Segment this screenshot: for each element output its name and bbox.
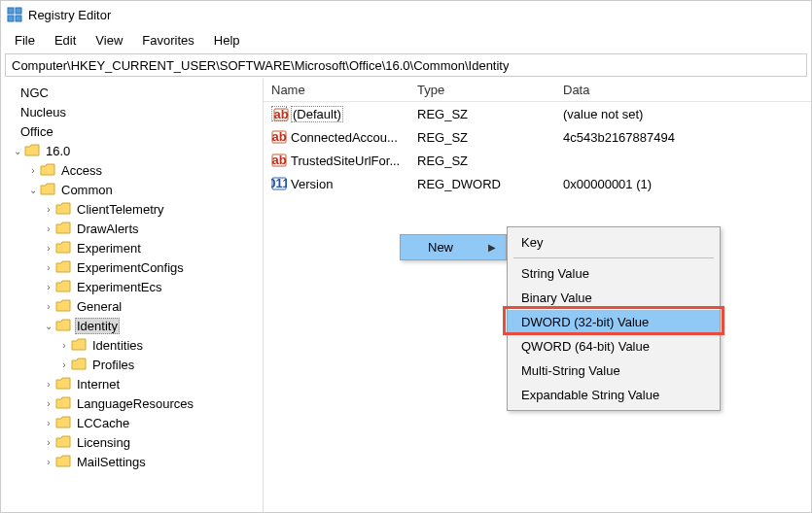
tree-node-experimentecs[interactable]: ›ExperimentEcs	[1, 277, 263, 296]
content-area: NGCNucleusOffice⌄16.0›Access⌄Common›Clie…	[1, 79, 811, 512]
folder-icon	[55, 299, 71, 313]
tree-label: NGC	[18, 86, 51, 100]
string-value-icon: ab	[271, 129, 287, 145]
value-type: REG_SZ	[409, 105, 555, 123]
chevron-right-icon[interactable]: ›	[42, 243, 55, 254]
tree-label: 16.0	[44, 144, 72, 158]
tree-node-drawalerts[interactable]: ›DrawAlerts	[1, 219, 263, 238]
tree-label: LanguageResources	[75, 396, 195, 411]
menu-help[interactable]: Help	[206, 31, 248, 50]
chevron-right-icon[interactable]: ›	[42, 379, 55, 390]
tree-node-ngc[interactable]: NGC	[1, 83, 263, 102]
chevron-down-icon[interactable]: ⌄	[11, 146, 24, 156]
svg-rect-0	[8, 8, 14, 14]
value-name: ConnectedAccou...	[291, 130, 398, 145]
list-pane[interactable]: Name Type Data ab(Default)REG_SZ(value n…	[264, 79, 811, 512]
context-item-new[interactable]: New ▶	[401, 235, 506, 259]
address-bar[interactable]: Computer\HKEY_CURRENT_USER\SOFTWARE\Micr…	[5, 53, 807, 77]
chevron-right-icon[interactable]: ›	[42, 457, 55, 467]
value-type: REG_SZ	[409, 152, 555, 170]
column-data[interactable]: Data	[555, 79, 811, 101]
context-item-binary-value[interactable]: Binary Value	[508, 286, 720, 310]
address-path: Computer\HKEY_CURRENT_USER\SOFTWARE\Micr…	[12, 58, 509, 73]
folder-icon	[55, 435, 71, 449]
chevron-right-icon[interactable]: ›	[42, 282, 55, 292]
column-name[interactable]: Name	[264, 79, 409, 101]
context-item-key[interactable]: Key	[508, 230, 720, 255]
chevron-right-icon[interactable]: ›	[42, 204, 55, 215]
tree-node-languageresources[interactable]: ›LanguageResources	[1, 393, 263, 413]
tree-node-general[interactable]: ›General	[1, 296, 263, 316]
tree-node-experiment[interactable]: ›Experiment	[1, 238, 263, 257]
tree-label: Licensing	[75, 435, 132, 450]
chevron-down-icon[interactable]: ⌄	[26, 185, 40, 195]
chevron-right-icon[interactable]: ›	[42, 398, 55, 409]
tree-pane[interactable]: NGCNucleusOffice⌄16.0›Access⌄Common›Clie…	[1, 79, 264, 512]
svg-text:011: 011	[271, 176, 287, 190]
chevron-right-icon[interactable]: ›	[57, 359, 71, 370]
tree-node-common[interactable]: ⌄Common	[1, 180, 263, 199]
tree-node-lccache[interactable]: ›LCCache	[1, 413, 263, 432]
value-row[interactable]: 011VersionREG_DWORD0x00000001 (1)	[264, 172, 811, 195]
menu-view[interactable]: View	[88, 31, 130, 50]
tree-label: General	[75, 299, 124, 314]
context-menu[interactable]: New ▶	[400, 234, 507, 260]
string-value-icon: ab	[271, 153, 287, 168]
chevron-right-icon[interactable]: ›	[42, 437, 55, 448]
list-header: Name Type Data	[264, 79, 811, 102]
tree-label: MailSettings	[75, 455, 148, 469]
tree-label: LCCache	[75, 416, 131, 430]
tree-node-mailsettings[interactable]: ›MailSettings	[1, 452, 263, 471]
folder-icon	[55, 260, 71, 274]
value-row[interactable]: abConnectedAccou...REG_SZ4c543b216788749…	[264, 125, 811, 149]
menu-file[interactable]: File	[7, 31, 43, 50]
regedit-icon	[7, 7, 22, 22]
tree-node-nucleus[interactable]: Nucleus	[1, 102, 263, 121]
tree-node-identity[interactable]: ⌄Identity	[1, 316, 263, 335]
context-item-qword-64-bit-value[interactable]: QWORD (64-bit) Value	[508, 334, 720, 359]
tree-node-licensing[interactable]: ›Licensing	[1, 432, 263, 452]
context-item-expandable-string-value[interactable]: Expandable String Value	[508, 383, 720, 407]
chevron-right-icon[interactable]: ›	[26, 165, 40, 176]
tree-node-identities[interactable]: ›Identities	[1, 335, 263, 355]
context-submenu[interactable]: KeyString ValueBinary ValueDWORD (32-bit…	[507, 226, 721, 411]
tree-label: DrawAlerts	[75, 222, 141, 236]
column-type[interactable]: Type	[409, 79, 555, 101]
folder-icon	[55, 280, 71, 293]
chevron-right-icon[interactable]: ›	[57, 340, 71, 351]
chevron-right-icon[interactable]: ›	[42, 418, 55, 428]
folder-icon	[71, 358, 87, 371]
chevron-right-icon[interactable]: ›	[42, 223, 55, 234]
tree-node-internet[interactable]: ›Internet	[1, 374, 263, 393]
chevron-right-icon[interactable]: ›	[42, 262, 55, 273]
value-row[interactable]: abTrustedSiteUrlFor...REG_SZ	[264, 149, 811, 172]
context-item-string-value[interactable]: String Value	[508, 261, 720, 286]
tree-label: ExperimentConfigs	[75, 260, 186, 275]
string-value-icon: ab	[271, 106, 287, 121]
value-data: (value not set)	[555, 105, 811, 123]
tree-node-office[interactable]: Office	[1, 121, 263, 141]
tree-node-experimentconfigs[interactable]: ›ExperimentConfigs	[1, 257, 263, 277]
value-data: 0x00000001 (1)	[555, 175, 811, 193]
tree-node-profiles[interactable]: ›Profiles	[1, 355, 263, 374]
value-type: REG_DWORD	[409, 175, 555, 193]
context-item-dword-32-bit-value[interactable]: DWORD (32-bit) Value	[508, 310, 720, 334]
svg-text:ab: ab	[273, 107, 288, 121]
context-item-multi-string-value[interactable]: Multi-String Value	[508, 359, 720, 383]
folder-icon	[55, 241, 71, 255]
folder-icon	[55, 416, 71, 429]
value-row[interactable]: ab(Default)REG_SZ(value not set)	[264, 102, 811, 125]
chevron-down-icon[interactable]: ⌄	[42, 321, 55, 331]
tree-node-clienttelemetry[interactable]: ›ClientTelemetry	[1, 199, 263, 219]
menu-favorites[interactable]: Favorites	[134, 31, 201, 50]
chevron-right-icon[interactable]: ›	[42, 301, 55, 312]
svg-rect-3	[16, 16, 21, 21]
tree-node-access[interactable]: ›Access	[1, 160, 263, 180]
folder-icon	[55, 455, 71, 468]
tree-label: Experiment	[75, 241, 143, 256]
menubar: File Edit View Favorites Help	[1, 28, 811, 51]
tree-node-16-0[interactable]: ⌄16.0	[1, 141, 263, 160]
folder-icon	[71, 338, 87, 352]
menu-edit[interactable]: Edit	[47, 31, 84, 50]
titlebar: Registry Editor	[1, 1, 811, 28]
